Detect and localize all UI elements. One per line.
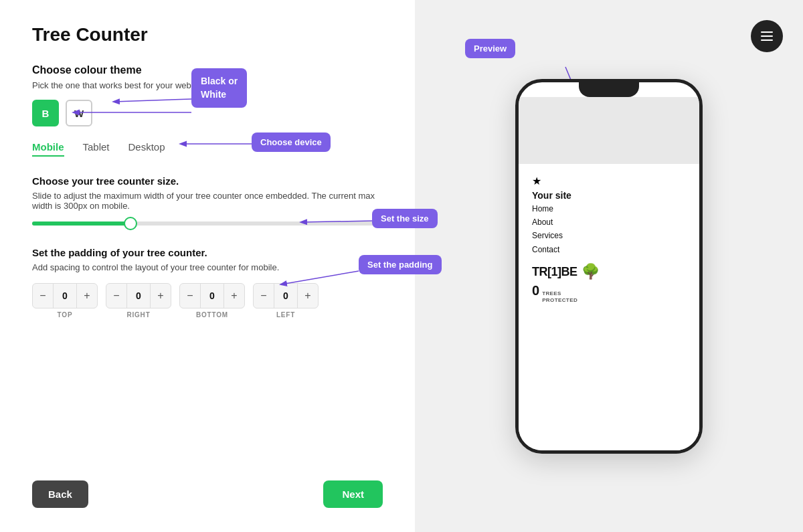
menu-button[interactable] xyxy=(751,20,783,52)
padding-top-control: − 0 + TOP xyxy=(32,283,98,319)
padding-top-input-row: − 0 + xyxy=(32,283,98,308)
padding-right-decrease[interactable]: − xyxy=(106,284,126,308)
phone-tribe-text: TR[1]BE xyxy=(532,265,577,279)
padding-top-decrease[interactable]: − xyxy=(33,284,53,308)
phone-white-area: ★ Your site Home About Services Contact … xyxy=(519,164,699,450)
padding-top-label: TOP xyxy=(58,311,73,319)
annotation-black-or-white: Black orWhite xyxy=(191,68,247,108)
phone-tribe-brand: TR[1]BE 🌳 xyxy=(532,263,686,280)
phone-notch xyxy=(579,82,639,97)
padding-bottom-decrease[interactable]: − xyxy=(180,284,200,308)
size-section-title: Choose your tree counter size. xyxy=(32,175,383,187)
padding-bottom-control: − 0 + BOTTOM xyxy=(179,283,245,319)
padding-section: Set the padding of your tree counter. Ad… xyxy=(32,247,383,319)
padding-bottom-label: BOTTOM xyxy=(196,311,228,319)
right-panel: Preview ★ Your site Home About Servi xyxy=(415,0,803,532)
next-button[interactable]: Next xyxy=(323,480,383,508)
phone-trees-count: 0 xyxy=(532,283,539,298)
padding-left-increase[interactable]: + xyxy=(298,284,318,308)
padding-right-label: RIGHT xyxy=(126,311,150,319)
padding-left-control: − 0 + LEFT xyxy=(253,283,319,319)
padding-left-label: LEFT xyxy=(276,311,295,319)
swatch-black[interactable]: B xyxy=(32,100,59,126)
slider-thumb[interactable] xyxy=(124,217,137,230)
phone-nav-services: Services xyxy=(532,229,686,242)
annotation-preview: Preview xyxy=(465,39,515,58)
phone-content: ★ Your site Home About Services Contact … xyxy=(519,97,699,450)
bottom-nav: Back Next xyxy=(32,467,383,508)
padding-section-desc: Add spacing to control the layout of you… xyxy=(32,262,383,272)
padding-bottom-increase[interactable]: + xyxy=(224,284,244,308)
size-section-desc: Slide to adjust the maximum width of you… xyxy=(32,191,383,211)
padding-left-input-row: − 0 + xyxy=(253,283,319,308)
padding-section-title: Set the padding of your tree counter. xyxy=(32,247,383,258)
padding-bottom-input-row: − 0 + xyxy=(179,283,245,308)
slider-fill xyxy=(32,221,130,226)
phone-nav-about: About xyxy=(532,215,686,229)
phone-nav-home: Home xyxy=(532,202,686,215)
phone-site-name: Your site xyxy=(532,190,686,201)
phone-grey-area xyxy=(519,97,699,164)
padding-right-increase[interactable]: + xyxy=(151,284,171,308)
back-button[interactable]: Back xyxy=(32,480,88,508)
padding-controls: − 0 + TOP − 0 + RIGHT xyxy=(32,283,383,319)
padding-top-increase[interactable]: + xyxy=(77,284,97,308)
size-slider-track[interactable] xyxy=(32,221,383,226)
tab-mobile[interactable]: Mobile xyxy=(32,141,64,157)
annotation-set-size: Set the size xyxy=(372,209,438,228)
tab-tablet[interactable]: Tablet xyxy=(83,141,110,157)
annotation-choose-device: Choose device xyxy=(252,132,331,152)
tab-desktop[interactable]: Desktop xyxy=(128,141,165,157)
padding-left-decrease[interactable]: − xyxy=(254,284,274,308)
phone-star-icon: ★ xyxy=(532,175,686,187)
padding-top-value: 0 xyxy=(53,284,77,308)
phone-tree-icon: 🌳 xyxy=(582,263,600,280)
phone-counter: 0 TREESPROTECTED xyxy=(532,283,686,303)
padding-right-input-row: − 0 + xyxy=(106,283,171,308)
padding-bottom-value: 0 xyxy=(200,284,224,308)
hamburger-icon xyxy=(761,31,773,41)
phone-nav-contact: Contact xyxy=(532,243,686,256)
phone-mockup: ★ Your site Home About Services Contact … xyxy=(515,79,703,454)
padding-right-control: − 0 + RIGHT xyxy=(106,283,171,319)
page-title: Tree Counter xyxy=(32,24,383,46)
size-section: Choose your tree counter size. Slide to … xyxy=(32,175,383,226)
padding-left-value: 0 xyxy=(274,284,298,308)
swatch-white[interactable]: W xyxy=(66,100,92,126)
phone-trees-label: TREESPROTECTED xyxy=(542,290,577,303)
annotation-set-padding: Set the padding xyxy=(359,255,442,274)
left-panel: Tree Counter Choose colour theme Pick th… xyxy=(0,0,415,532)
padding-right-value: 0 xyxy=(126,284,151,308)
